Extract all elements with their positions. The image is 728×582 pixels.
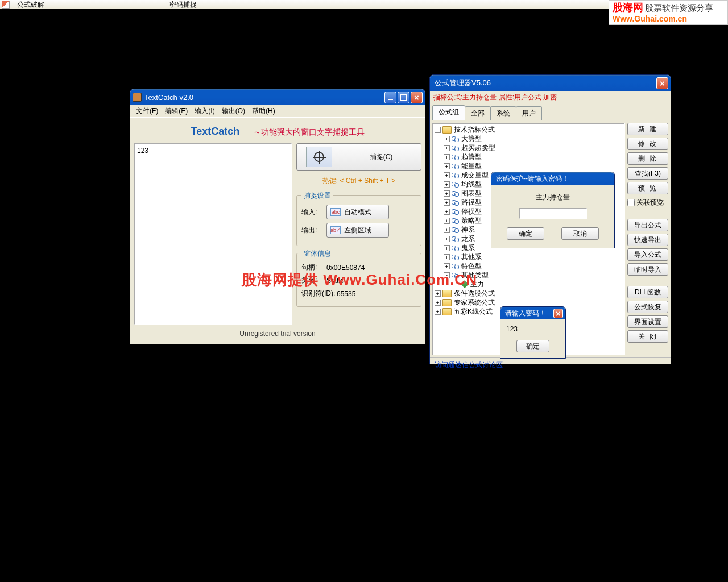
tree-node[interactable]: +能量型 xyxy=(435,161,623,171)
pwd-input[interactable] xyxy=(519,208,587,219)
fm-footer-link[interactable]: 访问通达信公式讨论区 xyxy=(430,357,671,372)
btn-dll[interactable]: DLL函数 xyxy=(627,286,668,298)
tree-label: 技术指标公式 xyxy=(454,125,495,135)
expand-icon[interactable]: + xyxy=(444,190,450,197)
id-label: 识别符(ID): xyxy=(301,289,337,298)
chk-link-preview[interactable]: 关联预览 xyxy=(627,197,668,209)
tree-node[interactable]: +趋势型 xyxy=(435,152,623,161)
fm-titlebar[interactable]: 公式管理器V5.06 xyxy=(430,75,671,91)
expand-icon[interactable]: + xyxy=(435,290,441,297)
menu-edit[interactable]: 编辑(E) xyxy=(162,105,191,117)
btn-edit[interactable]: 修 改 xyxy=(627,138,668,150)
expand-icon[interactable]: + xyxy=(444,227,450,233)
maximize-button[interactable] xyxy=(398,92,410,103)
expand-icon[interactable]: + xyxy=(444,254,450,260)
chk-label: 关联预览 xyxy=(636,198,664,207)
tree-label: 五彩K线公式 xyxy=(454,307,493,317)
fm-close-button[interactable] xyxy=(656,77,668,89)
btn-export[interactable]: 导出公式 xyxy=(627,219,668,231)
folder-icon xyxy=(442,126,452,134)
btn-fast-export[interactable]: 快速导出 xyxy=(627,234,668,246)
tree-node[interactable]: +其他系 xyxy=(435,252,623,261)
chain-icon xyxy=(452,263,460,269)
output-mode-button[interactable]: ab✓左侧区域 xyxy=(326,223,389,238)
capture-textarea[interactable]: 123 xyxy=(134,143,292,325)
textcatch-footer: Unregistered trial version xyxy=(134,325,421,338)
expand-icon[interactable]: + xyxy=(444,181,450,188)
input-mode-button[interactable]: abc自动模式 xyxy=(326,205,389,219)
input-label: 输入: xyxy=(301,207,326,217)
tree-label: 神系 xyxy=(461,225,475,235)
tree-label: 大势型 xyxy=(461,134,482,144)
expand-icon[interactable]: + xyxy=(444,218,450,224)
expand-icon[interactable]: + xyxy=(444,263,450,269)
menu-file[interactable]: 文件(F) xyxy=(133,105,162,117)
btn-new[interactable]: 新 建 xyxy=(627,123,668,135)
tree-label: 路径型 xyxy=(461,198,482,207)
capture-settings-title: 捕捉设置 xyxy=(301,191,333,201)
pwd2-titlebar[interactable]: 请输入密码！ xyxy=(500,307,565,319)
btn-temp-import[interactable]: 临时导入 xyxy=(627,263,668,276)
close-button[interactable] xyxy=(411,92,423,103)
menu-output[interactable]: 输出(O) xyxy=(218,105,249,117)
fm-title: 公式管理器V5.06 xyxy=(432,78,655,88)
collapse-icon[interactable]: - xyxy=(435,127,441,133)
tree-node[interactable]: +特色型 xyxy=(435,261,623,271)
pwd-ok-button[interactable]: 确定 xyxy=(507,227,544,240)
tree-node[interactable]: -技术指标公式 xyxy=(435,125,623,134)
pwd-title: 密码保护--请输入密码！ xyxy=(494,174,612,184)
expand-icon[interactable]: + xyxy=(444,209,450,215)
pwd2-title: 请输入密码！ xyxy=(503,309,552,318)
expand-icon[interactable]: + xyxy=(444,199,450,206)
expand-icon[interactable]: + xyxy=(435,309,441,315)
tree-label: 均线型 xyxy=(461,180,482,189)
btn-preview[interactable]: 预 览 xyxy=(627,182,668,194)
output-label: 输出: xyxy=(301,226,326,235)
expand-icon[interactable]: + xyxy=(444,245,450,251)
top-menu-1[interactable]: 公式破解 xyxy=(11,0,50,10)
pwd-cancel-button[interactable]: 取消 xyxy=(561,227,599,240)
chain-icon xyxy=(452,208,460,215)
window-info-title: 窗体信息 xyxy=(301,249,333,259)
pwd2-value: 123 xyxy=(506,325,560,333)
tab-group[interactable]: 公式组 xyxy=(432,105,465,120)
tab-system[interactable]: 系统 xyxy=(490,106,516,120)
watermark-text: 股海网提供 Www.Guhai.Com.CN xyxy=(242,270,477,290)
tree-node[interactable]: +超买超卖型 xyxy=(435,143,623,152)
tree-node[interactable]: +大势型 xyxy=(435,134,623,143)
capture-settings-group: 捕捉设置 输入: abc自动模式 输出: ab✓左侧区域 xyxy=(296,195,421,246)
capture-button[interactable]: 捕捉(C) xyxy=(296,143,421,171)
brand-box: 股海网 股票软件资源分享 Www.Guhai.com.cn xyxy=(609,0,728,25)
pwd-titlebar[interactable]: 密码保护--请输入密码！ xyxy=(491,172,614,185)
tree-label: 停损型 xyxy=(461,207,482,217)
btn-import[interactable]: 导入公式 xyxy=(627,248,668,261)
pwd2-close-button[interactable] xyxy=(553,309,563,318)
btn-close[interactable]: 关 闭 xyxy=(627,330,668,343)
tab-all[interactable]: 全部 xyxy=(465,106,491,120)
expand-icon[interactable]: + xyxy=(444,136,450,142)
btn-restore[interactable]: 公式恢复 xyxy=(627,301,668,313)
minimize-button[interactable] xyxy=(384,92,396,103)
btn-ui[interactable]: 界面设置 xyxy=(627,315,668,328)
expand-icon[interactable]: + xyxy=(444,154,450,160)
expand-icon[interactable]: + xyxy=(435,300,441,306)
expand-icon[interactable]: + xyxy=(444,145,450,151)
tab-user[interactable]: 用户 xyxy=(516,106,542,120)
abc-check-icon: ab✓ xyxy=(330,226,341,234)
textcatch-titlebar[interactable]: TextCatch v2.0 xyxy=(130,89,425,105)
tree-label: 条件选股公式 xyxy=(454,289,495,298)
tree-node[interactable]: +专家系统公式 xyxy=(435,298,623,307)
expand-icon[interactable]: + xyxy=(444,172,450,178)
top-menu-2[interactable]: 密码捕捉 xyxy=(164,0,202,10)
brand-name: 股海网 xyxy=(613,2,643,13)
menu-help[interactable]: 帮助(H) xyxy=(249,105,279,117)
menu-input[interactable]: 输入(I) xyxy=(191,105,218,117)
btn-delete[interactable]: 删 除 xyxy=(627,152,668,165)
folder-icon xyxy=(442,290,452,297)
pwd2-ok-button[interactable]: 确定 xyxy=(516,340,549,352)
expand-icon[interactable]: + xyxy=(444,163,450,169)
btn-find[interactable]: 查找(F3) xyxy=(627,167,668,180)
tree-node[interactable]: +条件选股公式 xyxy=(435,289,623,298)
chain-icon xyxy=(452,190,460,197)
expand-icon[interactable]: + xyxy=(444,236,450,242)
